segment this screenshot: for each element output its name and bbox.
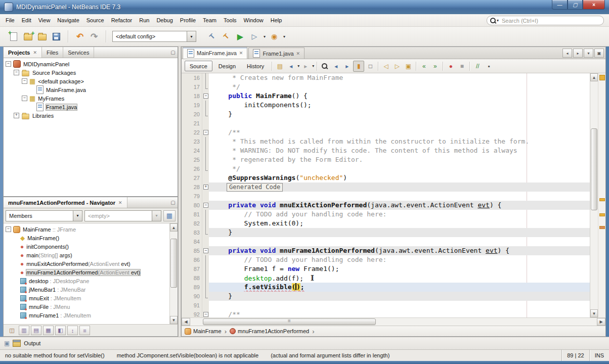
document-tab-mainframe-java[interactable]: MainFrame.java✕ <box>183 47 247 59</box>
back-dropdown-icon[interactable]: ▾ <box>297 64 299 68</box>
collapsed-fold-box[interactable]: Generated Code <box>227 183 283 192</box>
fold-indicator[interactable]: − <box>202 246 209 255</box>
code-line-28[interactable]: 28+Generated Code <box>182 183 590 192</box>
tree-item-source-packages[interactable]: −Source Packages <box>4 68 178 77</box>
document-tab-frame1-java[interactable]: Frame1.java✕ <box>248 48 304 59</box>
maximize-editor-button[interactable]: ▣ <box>594 49 604 58</box>
scope-select-arrow-icon[interactable]: ▾ <box>152 211 161 221</box>
tree-item-mnuexitactionperformed[interactable]: ●mnuExitActionPerformed(ActionEvent evt) <box>4 259 178 268</box>
code-line-91[interactable]: 91 <box>182 301 590 310</box>
undo-button[interactable]: ↶ <box>74 31 85 42</box>
fold-indicator[interactable]: + <box>202 183 209 192</box>
run-button[interactable]: ▶ <box>235 31 246 42</box>
menu-team[interactable]: Team <box>199 16 220 25</box>
shift-right-button[interactable]: » <box>430 61 440 71</box>
code-line-17[interactable]: 17 */ <box>182 82 590 92</box>
code-line-82[interactable]: 82 System.exit(0); <box>182 219 590 228</box>
sort-by-source-button[interactable]: ≡ <box>79 326 90 335</box>
menu-run[interactable]: Run <box>136 16 153 25</box>
show-fields-button[interactable]: ▥ <box>19 326 29 335</box>
error-stripe-mark[interactable] <box>599 226 605 229</box>
editor-vertical-scrollbar[interactable]: ▲ ▼ <box>590 73 598 317</box>
tree-item-myframes[interactable]: −▦MyFrames <box>4 94 178 103</box>
code-editor[interactable]: 16 * Creates new form MainFrame17 */18− … <box>182 73 590 317</box>
inspect-button[interactable]: ▪ <box>484 61 494 71</box>
code-line-86[interactable]: 86 // TODO add your handling code here: <box>182 255 590 264</box>
tree-item-libraries[interactable]: +Libraries <box>4 111 178 120</box>
view-button-history[interactable]: History <box>242 61 269 71</box>
clean-build-button[interactable]: T <box>222 32 230 40</box>
last-edit-button[interactable]: ▤ <box>275 61 285 71</box>
new-file-button[interactable] <box>8 31 19 42</box>
config-select-arrow-icon[interactable]: ▾ <box>187 31 196 41</box>
toggle-bookmark-button[interactable]: ▣ <box>403 61 413 71</box>
expand-handle-icon[interactable]: − <box>22 78 27 84</box>
navigator-scope-select[interactable]: <empty> ▾ <box>84 210 161 221</box>
tree-item-jmenubar1[interactable]: jMenuBar1 : JMenuBar <box>4 285 178 294</box>
members-select-arrow-icon[interactable]: ▾ <box>73 211 82 221</box>
menu-view[interactable]: View <box>35 16 54 25</box>
fold-indicator[interactable]: − <box>202 128 209 137</box>
tree-item-mnuframe1[interactable]: mnuFrame1 : JMenuItem <box>4 311 178 320</box>
panel-tab-files[interactable]: Files <box>42 47 63 58</box>
menu-debug[interactable]: Debug <box>153 16 176 25</box>
navigator-members-select[interactable]: Members ▾ <box>6 210 82 221</box>
show-public-button[interactable]: ▦ <box>43 326 54 335</box>
scroll-down-icon[interactable]: ▼ <box>590 309 598 317</box>
config-select[interactable]: <default config> ▾ <box>112 31 196 42</box>
shift-left-button[interactable]: « <box>419 61 429 71</box>
profile-button[interactable]: ◉ <box>269 31 280 42</box>
profile-dropdown-icon[interactable]: ▾ <box>283 34 285 39</box>
code-line-83[interactable]: 83 } <box>182 228 590 237</box>
code-line-22[interactable]: 22− /** <box>182 128 590 137</box>
menu-edit[interactable]: Edit <box>18 16 35 25</box>
search-scope-caret-icon[interactable]: ▾ <box>497 18 499 23</box>
code-line-18[interactable]: 18− public MainFrame() { <box>182 92 590 101</box>
tree-item-mnuframe1actionperformed[interactable]: ●mnuFrame1ActionPerformed(ActionEvent ev… <box>4 268 178 277</box>
code-line-27[interactable]: 27 @SuppressWarnings("unchecked") <box>182 173 590 183</box>
menu-tools[interactable]: Tools <box>220 16 240 25</box>
find-button[interactable] <box>320 61 330 71</box>
code-line-88[interactable]: 88 desktop.add(f);I <box>182 274 590 283</box>
debug-dropdown-icon[interactable]: ▾ <box>264 34 266 39</box>
code-line-19[interactable]: 19 initComponents(); <box>182 101 590 110</box>
code-line-20[interactable]: 20 } <box>182 110 590 119</box>
tree-item-frame1-java[interactable]: Frame1.java <box>4 103 178 111</box>
code-line-84[interactable]: 84 <box>182 237 590 246</box>
view-button-design[interactable]: Design <box>213 61 241 71</box>
menu-window[interactable]: Window <box>240 16 267 25</box>
tab-close-icon[interactable]: ✕ <box>296 51 300 56</box>
tree-item-mdidynamicpanel[interactable]: −MDIDynamicPanel <box>4 60 178 68</box>
tab-scroll-right-button[interactable]: ▸ <box>573 49 583 58</box>
error-stripe-mark[interactable] <box>599 198 605 201</box>
show-non-public-button[interactable]: ◧ <box>55 326 66 335</box>
forward-dropdown-icon[interactable]: ▾ <box>312 64 314 68</box>
rectangular-selection-button[interactable]: □ <box>365 61 375 71</box>
tab-scroll-left-button[interactable]: ◂ <box>562 49 572 58</box>
panel-tab-services[interactable]: Services <box>63 47 94 58</box>
tree-item--default-package-[interactable]: −▦<default package> <box>4 77 178 85</box>
window-close-button[interactable]: × <box>583 0 605 10</box>
fold-indicator[interactable]: − <box>202 310 209 317</box>
code-line-23[interactable]: 23 * This method is called from within t… <box>182 137 590 146</box>
expand-handle-icon[interactable]: − <box>6 61 11 67</box>
expand-handle-icon[interactable]: − <box>22 96 27 101</box>
tab-close-icon[interactable]: ✕ <box>33 50 37 55</box>
build-button[interactable]: T <box>207 32 216 40</box>
navigator-panel-minimize-button[interactable]: ▢ <box>168 197 178 208</box>
quick-search-input[interactable]: ▾ Search (Ctrl+I) <box>487 16 604 25</box>
show-inherited-button[interactable]: ◫ <box>7 326 17 335</box>
back-button[interactable]: ◂ <box>286 61 296 71</box>
dock-icon[interactable]: ▣ <box>4 340 10 347</box>
menu-help[interactable]: Help <box>267 16 286 25</box>
code-line-92[interactable]: 92− /** <box>182 310 590 317</box>
output-label[interactable]: Output <box>24 340 40 346</box>
show-static-button[interactable]: ▤ <box>31 326 41 335</box>
navigator-settings-button[interactable]: ▦ <box>163 210 176 221</box>
menu-profile[interactable]: Profile <box>177 16 199 25</box>
tree-item-desktop[interactable]: desktop : JDesktopPane <box>4 277 178 285</box>
new-project-button[interactable] <box>22 31 33 42</box>
window-maximize-button[interactable]: ▢ <box>568 0 583 10</box>
forward-button[interactable]: ▸ <box>300 61 311 71</box>
code-line-80[interactable]: 80− private void mnuExitActionPerformed(… <box>182 201 590 210</box>
